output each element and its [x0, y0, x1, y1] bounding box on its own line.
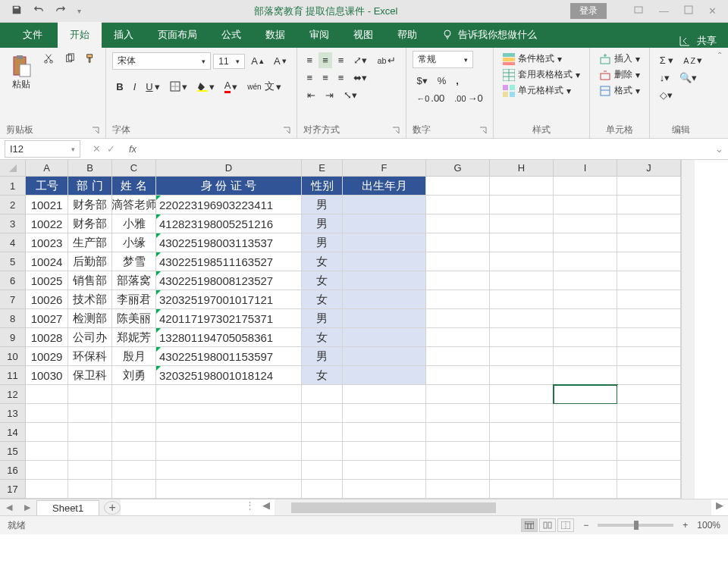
cell[interactable]: [343, 252, 426, 271]
cell[interactable]: [617, 290, 681, 309]
page-layout-view-button[interactable]: [539, 518, 556, 532]
cell[interactable]: 部落窝: [112, 271, 156, 290]
cell[interactable]: 320325198001018124: [156, 366, 302, 385]
cell[interactable]: [26, 480, 68, 499]
cell[interactable]: 梦雪: [112, 252, 156, 271]
cell[interactable]: [156, 461, 302, 480]
cell[interactable]: [617, 423, 681, 442]
cell[interactable]: [554, 233, 617, 252]
close-icon[interactable]: ✕: [708, 5, 717, 17]
cell[interactable]: [617, 347, 681, 366]
cell[interactable]: [302, 442, 343, 461]
row-header[interactable]: 16: [0, 461, 26, 480]
decrease-indent-icon[interactable]: ⇤: [303, 87, 319, 103]
sheet-nav-next-icon[interactable]: ▶: [18, 502, 36, 512]
formula-input[interactable]: [143, 141, 711, 157]
cell[interactable]: [426, 461, 490, 480]
dialog-launcher-icon[interactable]: [479, 127, 487, 134]
cell[interactable]: [426, 328, 490, 347]
phonetic-button[interactable]: wén文▾: [243, 77, 284, 95]
fx-icon[interactable]: fx: [123, 143, 143, 155]
cell[interactable]: [490, 461, 554, 480]
col-header[interactable]: J: [617, 160, 681, 177]
cell[interactable]: 220223196903223411: [156, 196, 302, 214]
cell[interactable]: [617, 309, 681, 328]
row-header[interactable]: 8: [0, 309, 26, 328]
cell[interactable]: [343, 290, 426, 309]
cell[interactable]: 412823198005251216: [156, 214, 302, 233]
cell[interactable]: [112, 480, 156, 499]
row-header[interactable]: 11: [0, 366, 26, 385]
cell[interactable]: 10024: [26, 252, 68, 271]
cell[interactable]: [302, 404, 343, 423]
cell[interactable]: [302, 480, 343, 499]
cell[interactable]: [617, 177, 681, 196]
row-header[interactable]: 10: [0, 347, 26, 366]
cell[interactable]: [26, 442, 68, 461]
cell[interactable]: 刘勇: [112, 366, 156, 385]
cell[interactable]: [343, 196, 426, 214]
cell[interactable]: [302, 461, 343, 480]
align-middle-icon[interactable]: ≡: [318, 52, 332, 68]
cell[interactable]: [426, 177, 490, 196]
font-name-select[interactable]: 宋体▾: [112, 52, 211, 70]
cell[interactable]: 10025: [26, 271, 68, 290]
cell[interactable]: [112, 442, 156, 461]
grid-body[interactable]: 工号部 门姓 名身 份 证 号性别出生年月10021财务部滴答老师2202231…: [26, 177, 681, 499]
cell[interactable]: [554, 177, 617, 196]
row-header[interactable]: 2: [0, 196, 26, 214]
cell[interactable]: [112, 385, 156, 404]
cell[interactable]: [426, 309, 490, 328]
cell[interactable]: [426, 290, 490, 309]
cell[interactable]: 陈美丽: [112, 309, 156, 328]
cell[interactable]: [490, 442, 554, 461]
cell[interactable]: [26, 385, 68, 404]
cell[interactable]: [343, 271, 426, 290]
zoom-out-button[interactable]: −: [583, 520, 588, 531]
cell[interactable]: 销售部: [68, 271, 112, 290]
cell[interactable]: 女: [302, 366, 343, 385]
cell[interactable]: [343, 309, 426, 328]
tab-insert[interactable]: 插入: [102, 22, 146, 48]
cell[interactable]: [617, 328, 681, 347]
delete-cells-button[interactable]: 删除 ▾: [596, 67, 643, 83]
decrease-decimal-button[interactable]: .00→0: [450, 90, 486, 106]
cell[interactable]: 10026: [26, 290, 68, 309]
cell[interactable]: 性别: [302, 177, 343, 196]
cell[interactable]: 保卫科: [68, 366, 112, 385]
row-header[interactable]: 7: [0, 290, 26, 309]
cell[interactable]: 殷月: [112, 347, 156, 366]
cell[interactable]: [343, 404, 426, 423]
cell[interactable]: [490, 214, 554, 233]
cell[interactable]: 女: [302, 252, 343, 271]
orientation-icon[interactable]: ⤢▾: [350, 52, 371, 68]
font-color-button[interactable]: A▾: [221, 77, 242, 95]
zoom-level[interactable]: 100%: [697, 520, 720, 531]
cell[interactable]: [426, 385, 490, 404]
cell[interactable]: [554, 196, 617, 214]
cell[interactable]: 430225198511163527: [156, 252, 302, 271]
normal-view-button[interactable]: [521, 518, 538, 532]
tab-home[interactable]: 开始: [58, 22, 102, 48]
tab-file[interactable]: 文件: [8, 22, 58, 48]
cell[interactable]: [490, 196, 554, 214]
name-box[interactable]: I12▾: [5, 140, 80, 158]
row-header[interactable]: 13: [0, 404, 26, 423]
accounting-format-button[interactable]: $▾: [413, 73, 431, 89]
bold-button[interactable]: B: [112, 79, 127, 95]
cell[interactable]: [490, 290, 554, 309]
cell[interactable]: 10021: [26, 196, 68, 214]
cell[interactable]: [156, 480, 302, 499]
cell[interactable]: [343, 442, 426, 461]
horizontal-scrollbar[interactable]: [275, 499, 711, 515]
tab-formula[interactable]: 公式: [209, 22, 253, 48]
sheet-nav-prev-icon[interactable]: ◀: [0, 502, 18, 512]
cell[interactable]: [112, 461, 156, 480]
cell[interactable]: 环保科: [68, 347, 112, 366]
col-header[interactable]: G: [426, 160, 490, 177]
cell[interactable]: [156, 442, 302, 461]
cell[interactable]: [68, 480, 112, 499]
row-header[interactable]: 14: [0, 423, 26, 442]
italic-button[interactable]: I: [130, 79, 140, 95]
cell[interactable]: [26, 461, 68, 480]
